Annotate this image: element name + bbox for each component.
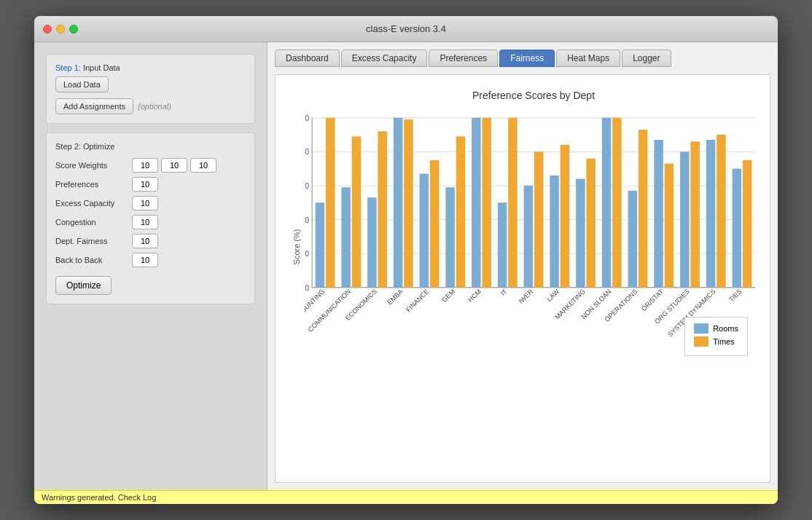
status-bar: Warnings generated. Check Log [34,490,778,504]
svg-rect-50 [628,191,638,288]
y-axis-label: Score (%) [292,229,301,265]
traffic-lights [43,25,78,34]
svg-text:20: 20 [305,250,309,258]
right-panel: Dashboard Excess Capacity Preferences Fa… [268,42,778,490]
svg-rect-38 [524,186,534,288]
optional-label: (optional) [138,102,171,111]
svg-rect-17 [341,187,351,287]
svg-text:EMBA: EMBA [386,287,405,306]
svg-rect-45 [586,159,596,288]
preferences-row: Preferences [55,177,246,192]
legend-times: Times [694,336,738,347]
tab-logger[interactable]: Logger [622,50,671,67]
back-to-back-row: Back to Back [55,253,246,267]
svg-rect-36 [508,118,518,288]
tab-dashboard[interactable]: Dashboard [275,50,340,67]
svg-rect-60 [717,135,726,288]
svg-rect-26 [420,174,429,288]
optimize-button[interactable]: Optimize [55,276,112,295]
step2-section: Step 2: Optimize Score Weights Preferenc… [46,133,255,304]
left-panel: Step 1: Input Data Load Data Add Assignm… [34,42,268,490]
maximize-button[interactable] [69,25,78,34]
back-to-back-label: Back to Back [55,256,132,264]
svg-rect-57 [690,141,700,287]
rooms-legend-label: Rooms [713,324,738,333]
svg-rect-54 [665,164,674,288]
svg-text:OR/STAT: OR/STAT [640,288,665,312]
svg-rect-32 [472,118,481,288]
svg-rect-41 [550,176,559,288]
add-assignments-button[interactable]: Add Assignments [55,98,133,114]
score-weights-input-1[interactable] [132,158,158,173]
chart-legend: Rooms Times [684,317,748,356]
dept-fairness-label: Dept. Fairness [55,237,132,245]
title-bar: class-E version 3.4 [34,16,778,42]
chart-area: Score (%) 020406080100ACCOUNTINGCOMMUNIC… [305,109,762,385]
excess-capacity-input[interactable] [132,196,158,210]
svg-text:0: 0 [305,284,309,292]
svg-rect-51 [639,130,648,288]
svg-text:60: 60 [305,182,309,190]
svg-rect-30 [456,136,466,287]
svg-rect-29 [445,187,455,287]
step1-label: Step 1: Input Data [55,63,246,72]
svg-rect-33 [482,118,491,288]
score-weights-input-3[interactable] [190,158,216,173]
step1-section: Step 1: Input Data Load Data Add Assignm… [46,54,255,124]
svg-text:HCM: HCM [466,288,483,304]
chart-container: Preference Scores by Dept Score (%) 0204… [275,74,770,483]
main-content: Step 1: Input Data Load Data Add Assignm… [34,42,778,490]
tab-excess-capacity[interactable]: Excess Capacity [341,50,428,67]
window-title: class-E version 3.4 [366,23,446,34]
step1-color-label: Step 1: [55,63,81,72]
svg-rect-24 [404,119,413,288]
tab-preferences[interactable]: Preferences [429,50,498,67]
congestion-row: Congestion [55,215,246,229]
rooms-color-swatch [694,323,708,334]
times-color-swatch [694,336,708,347]
svg-text:LAW: LAW [545,288,561,303]
times-legend-label: Times [713,337,735,346]
minimize-button[interactable] [56,25,65,34]
svg-text:FINANCE: FINANCE [405,288,430,313]
back-to-back-input[interactable] [132,253,158,267]
dept-fairness-row: Dept. Fairness [55,234,246,248]
svg-rect-39 [534,151,544,287]
svg-rect-48 [612,118,622,288]
tab-fairness[interactable]: Fairness [499,50,555,67]
svg-rect-47 [602,118,612,288]
svg-rect-56 [680,151,690,287]
svg-text:IT: IT [499,288,509,297]
svg-text:80: 80 [305,148,309,156]
svg-text:TIES: TIES [727,288,743,303]
svg-rect-21 [378,131,387,287]
preferences-label: Preferences [55,180,132,189]
preferences-input[interactable] [132,177,158,192]
svg-rect-23 [394,118,403,288]
close-button[interactable] [43,25,52,34]
score-weights-row: Score Weights [55,158,246,173]
legend-rooms: Rooms [694,323,738,334]
tab-bar: Dashboard Excess Capacity Preferences Fa… [275,50,770,67]
svg-rect-15 [326,118,335,288]
svg-rect-27 [430,160,440,288]
svg-text:40: 40 [305,216,309,224]
congestion-label: Congestion [55,218,132,226]
load-data-button[interactable]: Load Data [55,76,109,92]
congestion-input[interactable] [132,215,158,229]
svg-rect-42 [561,145,570,288]
svg-rect-59 [706,140,716,288]
excess-capacity-row: Excess Capacity [55,196,246,210]
svg-rect-62 [733,169,742,288]
status-text: Warnings generated. Check Log [42,493,156,502]
svg-rect-35 [498,202,507,287]
step2-label: Step 2: Optimize [55,142,246,151]
svg-rect-63 [743,160,752,288]
dept-fairness-input[interactable] [132,234,158,248]
app-window: class-E version 3.4 Step 1: Input Data L… [34,16,778,504]
score-weights-input-2[interactable] [161,158,187,173]
chart-title: Preference Scores by Dept [305,90,762,101]
excess-capacity-label: Excess Capacity [55,199,132,208]
svg-text:100: 100 [305,114,309,122]
tab-heat-maps[interactable]: Heat Maps [556,50,620,67]
